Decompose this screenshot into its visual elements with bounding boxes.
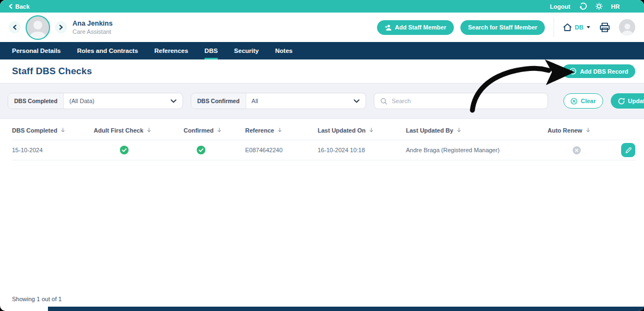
tab-security[interactable]: Security	[234, 42, 259, 59]
check-circle-icon	[120, 146, 129, 154]
cell-adult-first-check	[120, 146, 184, 154]
cell-dbs-completed: 15-10-2024	[12, 147, 94, 153]
add-staff-member-label: Add Staff Member	[395, 24, 446, 31]
top-bar: Back Logout HR	[0, 0, 644, 13]
check-circle-icon	[197, 146, 205, 154]
dbs-completed-filter-value: (All Data)	[64, 98, 171, 104]
person-silhouette-icon	[27, 18, 49, 39]
top-bar-actions: Logout HR	[550, 2, 635, 10]
dbs-completed-filter[interactable]: DBS Completed (All Data)	[8, 93, 183, 109]
back-button[interactable]: Back	[9, 3, 29, 10]
caret-down-icon	[586, 26, 591, 29]
edit-record-button[interactable]	[621, 143, 635, 157]
home-icon	[563, 23, 572, 32]
results-count: Showing 1 out of 1	[12, 296, 62, 302]
staff-avatar	[26, 15, 50, 40]
chevron-down-icon	[171, 99, 177, 103]
clear-button[interactable]: Clear	[563, 93, 603, 109]
chevron-down-icon	[354, 99, 360, 103]
staff-name: Ana Jenkins	[72, 20, 113, 27]
chevron-right-icon	[59, 25, 63, 30]
tab-roles-and-contracts[interactable]: Roles and Contracts	[77, 42, 138, 59]
app-window: Back Logout HR	[0, 0, 644, 311]
column-header-adult-first-check[interactable]: Adult First Check	[94, 127, 184, 134]
person-silhouette-icon	[620, 22, 635, 35]
add-staff-member-button[interactable]: Add Staff Member	[377, 20, 454, 35]
table-row: 15-10-2024 E0874642240 16-10-2024 10:18 …	[12, 140, 635, 160]
search-input[interactable]	[392, 98, 542, 104]
chevron-left-icon	[9, 4, 13, 9]
column-header-dbs-completed[interactable]: DBS Completed	[12, 127, 94, 134]
previous-staff-button[interactable]	[9, 21, 21, 33]
search-staff-member-button[interactable]: Search for Staff Member	[460, 20, 545, 35]
user-avatar[interactable]	[619, 19, 635, 35]
chevron-left-icon	[13, 25, 17, 30]
sort-down-icon	[60, 128, 65, 133]
column-header-confirmed[interactable]: Confirmed	[184, 127, 245, 134]
column-header-reference[interactable]: Reference	[245, 127, 318, 134]
dbs-confirmed-filter-value: All	[246, 98, 354, 104]
sort-down-icon	[457, 128, 461, 133]
tab-dbs[interactable]: DBS	[204, 42, 217, 59]
dbs-completed-filter-label: DBS Completed	[8, 93, 64, 109]
dbs-confirmed-filter[interactable]: DBS Confirmed All	[191, 93, 366, 109]
person-plus-icon	[385, 24, 392, 31]
cell-reference: E0874642240	[245, 147, 318, 153]
cell-auto-renew	[573, 146, 621, 154]
search-staff-member-label: Search for Staff Member	[468, 24, 537, 31]
search-field	[374, 93, 548, 109]
cell-last-updated-on: 16-10-2024 10:18	[318, 147, 406, 153]
clear-label: Clear	[581, 98, 596, 104]
column-header-auto-renew[interactable]: Auto Renew	[548, 127, 621, 134]
update-button[interactable]: Update	[611, 93, 644, 109]
bottom-bar	[48, 307, 644, 311]
add-dbs-record-label: Add DBS Record	[580, 68, 628, 75]
tab-notes[interactable]: Notes	[275, 42, 293, 59]
print-button[interactable]	[599, 22, 610, 33]
update-label: Update	[628, 98, 644, 104]
apps-grid-icon[interactable]	[628, 3, 636, 10]
column-header-last-updated-on[interactable]: Last Updated On	[318, 127, 406, 134]
cell-confirmed	[197, 146, 245, 154]
staff-role: Care Assistant	[72, 28, 113, 35]
next-staff-button[interactable]	[55, 21, 67, 33]
page-title: Staff DBS Checks	[12, 66, 92, 77]
sort-down-icon	[277, 128, 282, 133]
logout-button[interactable]: Logout	[550, 3, 570, 10]
cell-last-updated-by: Andre Braga (Registered Manager)	[406, 147, 548, 153]
tab-references[interactable]: References	[154, 42, 188, 59]
gear-icon[interactable]	[595, 2, 603, 10]
workspace-label: DB	[575, 24, 584, 31]
column-header-last-updated-by[interactable]: Last Updated By	[406, 127, 548, 134]
search-icon	[380, 98, 387, 105]
staff-identity: Ana Jenkins Care Assistant	[72, 20, 113, 35]
circled-x-icon	[570, 98, 578, 105]
sort-down-icon	[369, 128, 374, 133]
circled-plus-icon	[569, 68, 576, 75]
refresh-icon	[618, 98, 625, 105]
filter-bar: DBS Completed (All Data) DBS Confirmed A…	[0, 83, 644, 119]
hr-label[interactable]: HR	[611, 3, 620, 10]
table-header-row: DBS Completed Adult First Check Confirme…	[12, 119, 635, 140]
sort-down-icon	[586, 128, 591, 133]
page-header: Staff DBS Checks Add DBS Record	[0, 59, 644, 83]
printer-icon	[599, 22, 610, 33]
sort-down-icon	[217, 128, 222, 133]
add-dbs-record-button[interactable]: Add DBS Record	[562, 64, 635, 78]
divider	[554, 17, 554, 37]
dbs-confirmed-filter-label: DBS Confirmed	[191, 93, 246, 109]
section-tabs: Personal Details Roles and Contracts Ref…	[0, 42, 644, 59]
workspace-selector[interactable]: DB	[563, 23, 591, 32]
logout-icon[interactable]	[579, 2, 587, 10]
tab-personal-details[interactable]: Personal Details	[12, 42, 60, 59]
profile-header: Ana Jenkins Care Assistant Add Staff Mem…	[0, 13, 644, 42]
back-label: Back	[15, 3, 29, 10]
pencil-icon	[625, 147, 632, 154]
dbs-table: DBS Completed Adult First Check Confirme…	[0, 119, 644, 160]
sort-down-icon	[147, 128, 151, 133]
x-circle-icon	[573, 146, 581, 154]
